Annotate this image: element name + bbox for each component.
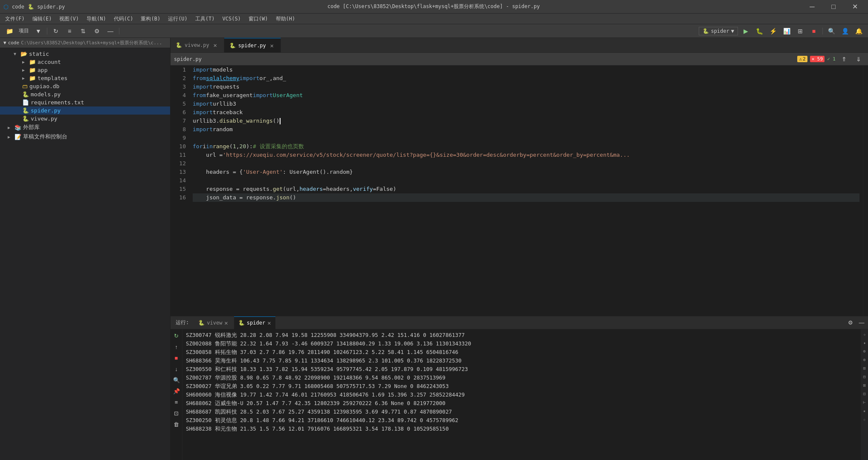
coverage-button[interactable]: ⚡ bbox=[767, 26, 779, 36]
folder-icon-static: 📂 bbox=[20, 51, 27, 57]
tab-close-vivew[interactable]: ✕ bbox=[212, 42, 219, 49]
output-line-5: SZ300550 和仁科技 18.33 1.33 7.82 15.94 5359… bbox=[186, 365, 857, 374]
run-config-dropdown[interactable]: 🐍 spider ▼ bbox=[699, 27, 738, 35]
sidebar-item-templates[interactable]: ▶ 📁 templates bbox=[0, 74, 170, 82]
toolbar-list[interactable]: ≡ bbox=[64, 26, 75, 36]
sidebar-item-drafts[interactable]: ▶ 📝 草稿文件和控制台 bbox=[0, 132, 170, 141]
tab-close-spider[interactable]: ✕ bbox=[269, 42, 275, 49]
tab-icon-spider: 🐍 bbox=[229, 43, 236, 49]
menu-bar: 文件(F) 编辑(E) 视图(V) 导航(N) 代码(C) 重构(B) 运行(U… bbox=[0, 14, 868, 24]
run-delete-btn[interactable]: 🗑 bbox=[172, 420, 181, 429]
run-scroll-up-btn[interactable]: ↑ bbox=[172, 342, 181, 351]
output-line-12: SH688238 和元生物 21.35 1.5 7.56 12.01 79160… bbox=[186, 425, 857, 433]
output-line-10: SH688687 凯因科技 28.5 2.03 7.67 25.27 43591… bbox=[186, 408, 857, 416]
bottom-settings-btn[interactable]: ⚙ bbox=[846, 318, 855, 328]
code-editor[interactable]: 1 2 3 4 5 6 7 8 9 10 11 12 13 14 15 16 i… bbox=[171, 66, 868, 316]
side-icon-3[interactable]: ⊕ bbox=[862, 348, 868, 354]
search-button[interactable]: 🔍 bbox=[825, 26, 837, 36]
bottom-tab-vivew[interactable]: 🐍 vivew ✕ bbox=[194, 316, 232, 329]
warning-icon: ⚠ bbox=[799, 56, 802, 62]
run-search-btn[interactable]: 🔍 bbox=[172, 375, 181, 385]
run-pin-btn[interactable]: 📌 bbox=[172, 386, 181, 396]
tab-vivew-py[interactable]: 🐍 vivew.py ✕ bbox=[171, 38, 224, 53]
sidebar-chevron: ▼ bbox=[3, 40, 6, 46]
run-filter-btn[interactable]: ≡ bbox=[172, 397, 181, 407]
toolbar-refresh[interactable]: ↻ bbox=[50, 26, 62, 36]
sidebar-root-label: code bbox=[8, 40, 20, 46]
output-line-6: SZ002787 华源控股 8.98 0.65 7.8 48.92 220989… bbox=[186, 374, 857, 382]
vivew-tab-close[interactable]: ✕ bbox=[224, 319, 228, 326]
menu-refactor[interactable]: 重构(B) bbox=[137, 14, 164, 23]
notifications-button[interactable]: 🔔 bbox=[853, 26, 865, 36]
collapse-editor-btn[interactable]: ⇓ bbox=[853, 55, 865, 64]
side-icon-1[interactable]: ⬦ bbox=[862, 331, 868, 337]
expand-arrow-app: ▶ bbox=[22, 68, 27, 72]
toolbar-open-folder[interactable]: 📁 bbox=[3, 26, 15, 36]
toolbar-settings[interactable]: ⚙ bbox=[91, 26, 103, 36]
expand-editor-btn[interactable]: ⇑ bbox=[838, 55, 850, 64]
sidebar-item-vivew-py[interactable]: ▶ 🐍 vivew.py bbox=[0, 115, 170, 123]
side-icon-9[interactable]: ⊢ bbox=[862, 399, 868, 405]
run-config-label: spider bbox=[711, 28, 729, 34]
sidebar-content: ▼ 📂 static ▶ 📁 account ▶ 📁 app ▶ bbox=[0, 48, 170, 460]
secondary-toolbar: 📁 项目 ▼ ↻ ≡ ⇅ ⚙ — 🐍 spider ▼ ▶ 🐛 ⚡ 📊 ⊞ ■ … bbox=[0, 24, 868, 38]
side-icon-7[interactable]: ⊠ bbox=[862, 382, 868, 388]
expand-arrow-templates: ▶ bbox=[22, 76, 27, 80]
menu-help[interactable]: 帮助(H) bbox=[272, 14, 299, 23]
menu-run[interactable]: 运行(U) bbox=[165, 14, 191, 23]
run-stop-btn[interactable]: ■ bbox=[172, 353, 181, 362]
file-icon-tab: 🐍 spider.py bbox=[28, 4, 65, 10]
side-icon-6[interactable]: ⊟ bbox=[862, 374, 868, 380]
output-panel[interactable]: SZ300747 锐科激光 28.28 2.08 7.94 19.58 1225… bbox=[182, 329, 860, 460]
menu-navigate[interactable]: 导航(N) bbox=[83, 14, 110, 23]
title-bar: ⬡ code 🐍 spider.py code [C:\Users\83852\… bbox=[0, 0, 868, 14]
stop-button[interactable]: ■ bbox=[808, 26, 820, 36]
toolbar-minimize[interactable]: — bbox=[104, 26, 116, 36]
code-line-5: import urllib3 bbox=[193, 100, 859, 108]
bottom-minimize-btn[interactable]: — bbox=[857, 318, 866, 328]
side-icon-8[interactable]: ⊡ bbox=[862, 391, 868, 397]
menu-edit[interactable]: 编辑(E) bbox=[29, 14, 55, 23]
menu-code[interactable]: 代码(C) bbox=[110, 14, 137, 23]
profile-button[interactable]: 📊 bbox=[781, 26, 793, 36]
sidebar-item-spider-py[interactable]: ▶ 🐍 spider.py bbox=[0, 106, 170, 115]
sidebar-item-models-py[interactable]: ▶ 🐍 models.py bbox=[0, 90, 170, 98]
menu-window[interactable]: 窗口(W) bbox=[245, 14, 272, 23]
bottom-tab-spider[interactable]: 🐍 spider ✕ bbox=[234, 316, 275, 329]
editor-breadcrumb-bar: spider.py ⚠ 2 ✕ 59 ✓ 1 ⇑ ⇓ bbox=[171, 53, 868, 66]
tab-label-vivew: vivew.py bbox=[185, 42, 209, 48]
user-button[interactable]: 👤 bbox=[839, 26, 851, 36]
minimize-button[interactable]: ─ bbox=[802, 0, 822, 14]
debug-button[interactable]: 🐛 bbox=[753, 26, 765, 36]
sidebar-label-requirements-txt: requirements.txt bbox=[31, 99, 84, 106]
maximize-button[interactable]: □ bbox=[824, 0, 843, 14]
toolbar-dropdown-arrow[interactable]: ▼ bbox=[32, 26, 44, 36]
menu-file[interactable]: 文件(F) bbox=[2, 14, 28, 23]
tab-spider-py[interactable]: 🐍 spider.py ✕ bbox=[224, 38, 281, 53]
minimap bbox=[863, 66, 868, 316]
menu-vcs[interactable]: VCS(S) bbox=[219, 15, 244, 23]
toolbar-sort[interactable]: ⇅ bbox=[77, 26, 89, 36]
code-line-16: json_data = response.json() bbox=[193, 193, 859, 202]
side-icon-10[interactable]: ★ bbox=[862, 408, 868, 414]
menu-view[interactable]: 视图(V) bbox=[56, 14, 82, 23]
menu-tools[interactable]: 工具(T) bbox=[192, 14, 218, 23]
run-restart-btn[interactable]: ↻ bbox=[172, 331, 181, 340]
sidebar-item-app[interactable]: ▶ 📁 app bbox=[0, 66, 170, 74]
side-icon-2[interactable]: ⬧ bbox=[862, 339, 868, 345]
run-layout-btn[interactable]: ⊡ bbox=[172, 408, 181, 418]
side-icon-11[interactable]: ☆ bbox=[862, 416, 868, 422]
close-button[interactable]: ✕ bbox=[845, 0, 865, 14]
sidebar-item-gupiao-db[interactable]: ▶ 🗃 gupiao.db bbox=[0, 82, 170, 90]
sidebar-item-account[interactable]: ▶ 📁 account bbox=[0, 58, 170, 66]
sidebar-item-requirements-txt[interactable]: ▶ 📄 requirements.txt bbox=[0, 98, 170, 106]
run-button[interactable]: ▶ bbox=[740, 26, 752, 36]
sidebar-item-external-libs[interactable]: ▶ 📚 外部库 bbox=[0, 123, 170, 132]
side-icon-5[interactable]: ⊞ bbox=[862, 365, 868, 371]
bottom-panel: 运行: 🐍 vivew ✕ 🐍 spider ✕ ⚙ — bbox=[171, 316, 868, 460]
sidebar-item-static[interactable]: ▼ 📂 static bbox=[0, 50, 170, 58]
side-icon-4[interactable]: ⊗ bbox=[862, 356, 868, 362]
spider-tab-close[interactable]: ✕ bbox=[267, 319, 271, 326]
run-scroll-down-btn[interactable]: ↓ bbox=[172, 364, 181, 374]
concurrency-button[interactable]: ⊞ bbox=[794, 26, 806, 36]
